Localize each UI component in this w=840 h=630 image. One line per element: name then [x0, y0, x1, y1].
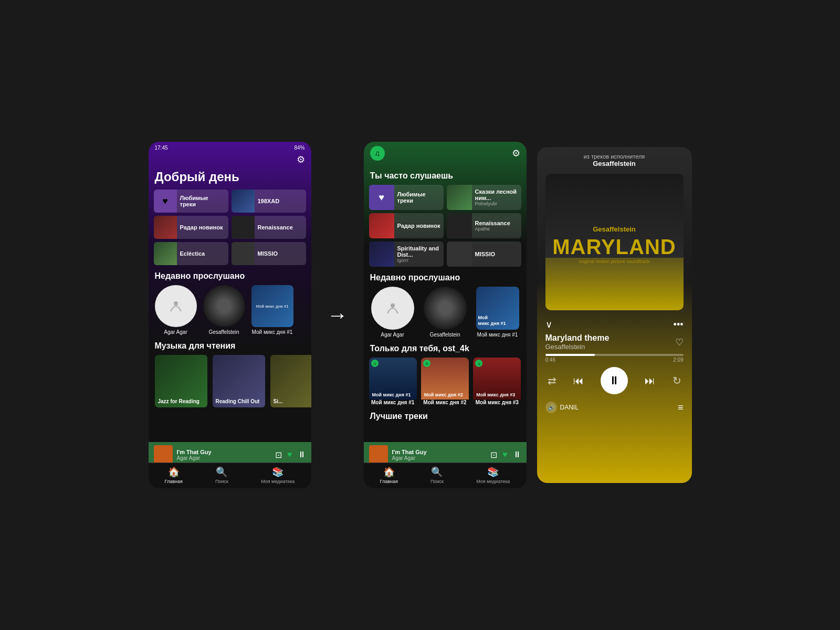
recent-item-2[interactable]: Мой микс дня #1 Мой микс дня #1	[251, 285, 293, 335]
quick-thumb-3	[232, 216, 255, 239]
np-pause[interactable]: ⏸	[298, 450, 306, 459]
freq-info-5: MISSIO	[472, 251, 499, 257]
freq-item-3[interactable]: Renaissance Apathe	[447, 213, 521, 238]
freq-thumb-4	[369, 242, 394, 267]
arrow-container: →	[322, 303, 353, 327]
recent-thumb-s2-0	[371, 287, 414, 330]
reading-label-0: Jazz for Reading	[158, 398, 204, 404]
s3-top: из треков исполнителя Gesaffelstein	[537, 147, 692, 170]
quick-item-3[interactable]: Renaissance	[232, 216, 306, 239]
chevron-down-icon[interactable]: ∨	[545, 319, 552, 330]
np-controls-2: ⊡ ♥ ⏸	[490, 450, 521, 460]
freq-item-2[interactable]: Радар новинок	[369, 213, 444, 238]
only-thumb-2: ♫ Мой микс дня #3	[473, 358, 521, 400]
screen2: ♫ ⚙ Ты часто слушаешь ♥ Любимые треки Ск…	[364, 142, 527, 488]
quick-item-5[interactable]: MISSIO	[232, 242, 306, 265]
np-heart-2[interactable]: ♥	[502, 450, 508, 459]
nav-search-2[interactable]: 🔍 Поиск	[430, 466, 444, 484]
quick-item-4[interactable]: Ecléctica	[154, 242, 228, 265]
nav-home-2[interactable]: 🏠 Главная	[380, 466, 398, 484]
recent-item-1[interactable]: Gesaffelstein	[203, 285, 245, 335]
s3-playback: ⇄ ⏮ ⏸ ⏭ ↻	[537, 363, 692, 398]
quick-label-0: Любимые треки	[177, 195, 228, 207]
freq-title-5: MISSIO	[475, 251, 496, 257]
freq-info-3: Renaissance Apathe	[472, 220, 513, 232]
np-heart[interactable]: ♥	[287, 450, 292, 459]
bottom-nav-2: 🏠 Главная 🔍 Поиск 📚 Моя медиатека	[364, 463, 527, 488]
recent-thumb-2: Мой микс дня #1	[251, 285, 293, 327]
recent-s2-2[interactable]: Моймикс дня #1 Мой микс дня #1	[474, 287, 521, 338]
screen1: 17:45 84% ⚙ Добрый день ♥ Любимые треки …	[149, 142, 311, 488]
screen3: из треков исполнителя Gesaffelstein Gesa…	[537, 147, 692, 483]
recent-title-2: Недавно прослушано	[364, 267, 527, 287]
home-icon-2: 🏠	[383, 466, 395, 478]
quick-label-5: MISSIO	[255, 250, 306, 257]
nav-search-1[interactable]: 🔍 Поиск	[215, 466, 228, 484]
freq-item-1[interactable]: Сказки лесной ним... Polnelyubr	[447, 185, 521, 210]
recent-thumb-s2-2: Моймикс дня #1	[476, 287, 519, 330]
reading-item-0[interactable]: Jazz for Reading	[155, 355, 207, 407]
freq-title-2b: Радар новинок	[397, 223, 440, 229]
nav-library-label-1: Моя медиатека	[261, 479, 295, 484]
progress-bar-bg	[545, 354, 684, 356]
freq-thumb-5	[447, 242, 472, 267]
freq-item-4[interactable]: Spirituality and Dist... Igorrr	[369, 242, 444, 267]
pause-button[interactable]: ⏸	[601, 367, 628, 394]
repeat-icon[interactable]: ↻	[673, 374, 681, 387]
np-pause-2[interactable]: ⏸	[513, 450, 521, 459]
np-screen-icon[interactable]: ⊡	[275, 450, 282, 460]
recent-s2-1[interactable]: Gesaffelstein	[422, 287, 469, 338]
settings-icon-1[interactable]: ⚙	[149, 154, 311, 167]
freq-sub-3: Apathe	[475, 226, 510, 232]
recent-label-s2-1: Gesaffelstein	[429, 332, 460, 338]
recent-item-0[interactable]: Agar Agar	[155, 285, 197, 335]
quick-label-3: Renaissance	[255, 224, 306, 230]
quick-item-1[interactable]: 198XAD	[232, 190, 306, 213]
best-title-2: Лучшие треки	[364, 405, 527, 425]
only-item-1[interactable]: ♫ Мой микс дня #2 Мой микс дня #2	[421, 358, 469, 405]
np-artist-2: Agar Agar	[392, 455, 487, 461]
svg-point-0	[174, 301, 178, 306]
np-info-1: I'm That Guy Agar Agar	[177, 449, 271, 461]
spotify-badge-2: ♫	[475, 360, 482, 367]
recent-label-s2-2: Мой микс дня #1	[477, 332, 518, 338]
only-item-0[interactable]: ♫ Мой микс дня #1 Мой микс дня #1	[369, 358, 417, 405]
only-label-0: Мой микс дня #1	[369, 400, 417, 405]
freq-thumb-0: ♥	[369, 185, 394, 210]
s3-heart[interactable]: ♡	[675, 337, 684, 348]
reading-title-1: Музыка для чтения	[149, 335, 311, 355]
recent-title-1: Недавно прослушано	[149, 265, 311, 285]
queue-icon[interactable]: ≡	[678, 402, 684, 413]
prev-icon[interactable]: ⏮	[573, 375, 584, 387]
freq-title-3: Renaissance	[475, 220, 510, 226]
freq-thumb-3	[447, 213, 472, 238]
progress-bar-fill[interactable]	[545, 354, 595, 356]
np-title-1: I'm That Guy	[177, 449, 271, 455]
nav-library-1[interactable]: 📚 Моя медиатека	[261, 466, 295, 484]
s3-album-title: MARYLAND	[552, 235, 676, 259]
freq-item-0[interactable]: ♥ Любимые треки	[369, 185, 444, 210]
s3-artist-name: Gesaffelstein	[545, 160, 684, 167]
nav-home-1[interactable]: 🏠 Главная	[165, 466, 183, 484]
np-screen-icon-2[interactable]: ⊡	[490, 450, 497, 460]
search-icon-1: 🔍	[216, 466, 227, 478]
quick-item-2[interactable]: Радар новинок	[154, 216, 228, 239]
only-thumb-0: ♫ Мой микс дня #1	[369, 358, 417, 400]
shuffle-icon[interactable]: ⇄	[548, 374, 556, 387]
recent-label-0: Agar Agar	[164, 329, 187, 335]
nav-library-2[interactable]: 📚 Моя медиатека	[476, 466, 510, 484]
quick-item-0[interactable]: ♥ Любимые треки	[154, 190, 228, 213]
s3-song-info: Maryland theme Gesaffelstein ♡	[537, 330, 692, 354]
freq-item-5[interactable]: MISSIO	[447, 242, 521, 267]
s3-song-title: Maryland theme	[545, 333, 610, 343]
freq-thumb-1	[447, 185, 472, 210]
reading-item-1[interactable]: Reading Chill Out	[213, 355, 265, 407]
settings-icon-2[interactable]: ⚙	[512, 148, 520, 159]
only-item-2[interactable]: ♫ Мой микс дня #3 Мой микс дня #3	[473, 358, 521, 405]
s3-footer: 🔊 DANIL ≡	[537, 398, 692, 416]
recent-s2-0[interactable]: Agar Agar	[369, 287, 416, 338]
spotify-badge-1: ♫	[423, 360, 430, 367]
more-options-icon[interactable]: •••	[674, 319, 684, 330]
next-icon[interactable]: ⏭	[645, 375, 655, 387]
reading-item-2[interactable]: Si...	[270, 355, 311, 407]
